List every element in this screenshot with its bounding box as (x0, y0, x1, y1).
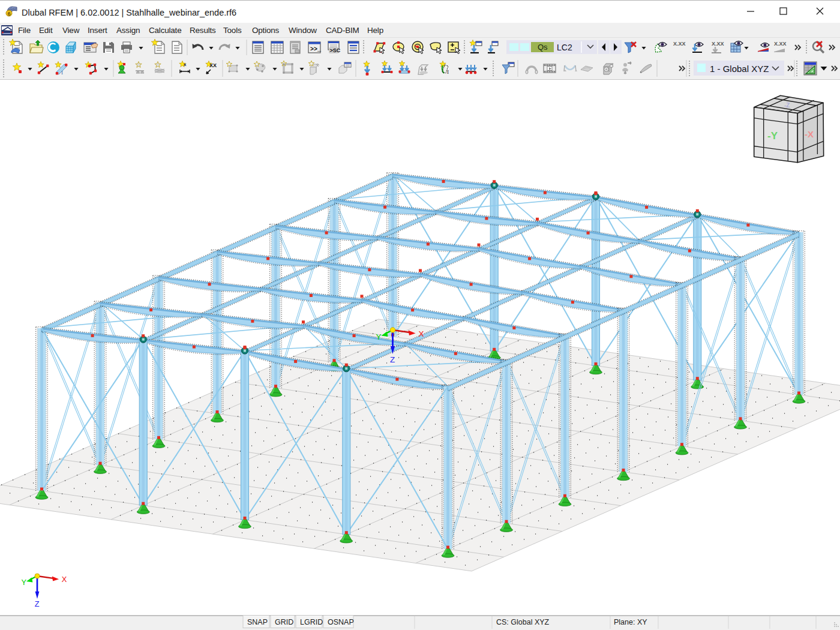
svg-text:I: I (61, 70, 63, 76)
svg-text:Y: Y (376, 332, 382, 341)
svg-text:Dlubal RFEM | 6.02.0012 | Stah: Dlubal RFEM | 6.02.0012 | Stahlhalle_web… (22, 8, 236, 17)
svg-text:XX: XX (209, 62, 217, 68)
svg-text:Z: Z (35, 599, 40, 608)
svg-text:Edit: Edit (39, 26, 53, 35)
svg-text:X.XX: X.XX (712, 41, 724, 47)
svg-text:Z: Z (390, 355, 395, 364)
svg-text:-Z: -Z (784, 102, 790, 109)
svg-text:CS: Global XYZ: CS: Global XYZ (496, 618, 550, 626)
svg-text:Qs: Qs (538, 43, 548, 52)
svg-text:I: I (447, 69, 449, 75)
svg-text:-Y: -Y (767, 130, 778, 142)
svg-text:>SC: >SC (330, 47, 341, 53)
svg-text:LGRID: LGRID (300, 618, 323, 626)
svg-text:Help: Help (367, 26, 383, 35)
svg-text:Results: Results (190, 26, 216, 35)
svg-text:1 - Global XYZ: 1 - Global XYZ (710, 64, 769, 74)
svg-text:-X: -X (805, 129, 814, 139)
svg-text:Insert: Insert (88, 26, 107, 35)
svg-text:LC2: LC2 (557, 43, 572, 52)
svg-text:>>_: >>_ (310, 46, 322, 53)
svg-text:Options: Options (252, 26, 280, 35)
svg-text:File: File (18, 26, 31, 35)
svg-text:X: X (62, 575, 67, 584)
svg-text:X.XX: X.XX (774, 41, 787, 47)
svg-text:CAD-BIM: CAD-BIM (326, 26, 359, 35)
svg-text:Plane: XY: Plane: XY (614, 618, 647, 626)
svg-text:X: X (419, 329, 424, 338)
svg-text:x: x (184, 62, 187, 67)
svg-text:Tools: Tools (223, 26, 242, 35)
svg-text:Calculate: Calculate (149, 26, 181, 35)
svg-text:X.XX: X.XX (673, 41, 686, 47)
svg-text:GRID: GRID (275, 618, 293, 626)
svg-text:Assign: Assign (116, 26, 140, 35)
svg-text:Y: Y (21, 578, 26, 587)
svg-text:SNAP: SNAP (247, 618, 268, 626)
svg-text:OSNAP: OSNAP (328, 618, 354, 626)
svg-text:View: View (62, 26, 80, 35)
svg-text:Window: Window (289, 26, 317, 35)
svg-text:6: 6 (7, 10, 10, 17)
